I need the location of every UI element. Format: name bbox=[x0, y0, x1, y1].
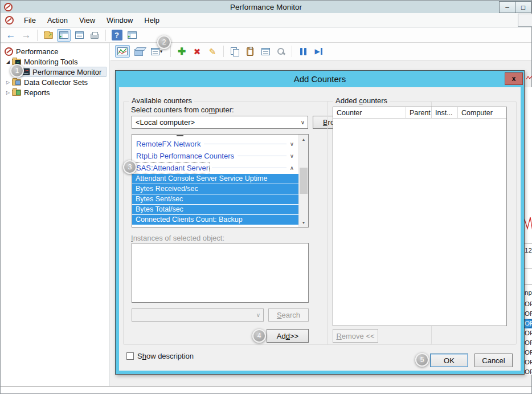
cancel-button[interactable]: Cancel bbox=[474, 354, 513, 367]
chevron-down-icon[interactable]: ∨ bbox=[290, 153, 294, 159]
step-annotation-2: 2 bbox=[157, 35, 171, 49]
tree-item-data-collector-sets[interactable]: ▷ Data Collector Sets bbox=[1, 77, 109, 87]
available-counters-legend: Available counters bbox=[129, 96, 194, 105]
forward-button[interactable]: → bbox=[19, 29, 33, 42]
paste-counter-list-button[interactable] bbox=[243, 45, 257, 58]
computer-combobox[interactable]: <Local computer> ∨ bbox=[132, 116, 308, 129]
toolbar-separator bbox=[170, 46, 171, 57]
select-computer-label: Select counters from computer: bbox=[131, 105, 234, 114]
properties-icon bbox=[261, 48, 270, 55]
expander-collapsed-icon[interactable]: ▷ bbox=[5, 80, 11, 85]
copy-icon bbox=[231, 47, 239, 55]
chevron-down-icon[interactable]: ∨ bbox=[298, 119, 308, 125]
show-description-checkbox[interactable] bbox=[126, 352, 134, 360]
tree-item-performance[interactable]: Performance bbox=[1, 46, 109, 56]
added-counters-table[interactable]: Counter Parent Inst... Computer bbox=[333, 107, 507, 326]
add-counters-dialog: Add Counters x Available counters Select… bbox=[115, 70, 525, 375]
export-button[interactable]: ↗ bbox=[42, 29, 55, 42]
window-title: Performance Monitor bbox=[1, 3, 531, 11]
chevron-down-icon[interactable]: ∨ bbox=[290, 141, 294, 147]
column-parent[interactable]: Parent bbox=[406, 107, 432, 118]
computer-combobox-value: <Local computer> bbox=[136, 118, 195, 127]
counter-item-selected[interactable]: Attendant Console Server Service Uptime bbox=[132, 174, 298, 184]
status-strip bbox=[1, 386, 531, 393]
chevron-down-icon: ∨ bbox=[253, 312, 263, 318]
menu-window[interactable]: Window bbox=[101, 13, 138, 27]
dialog-title-bar[interactable]: Add Counters x bbox=[116, 71, 524, 87]
delete-icon: ✖ bbox=[194, 47, 201, 56]
maximize-button[interactable]: □ bbox=[515, 1, 531, 13]
title-bar: Performance Monitor – □ bbox=[1, 1, 531, 13]
show-description-row[interactable]: Show description bbox=[126, 352, 194, 360]
help-button[interactable]: ? bbox=[110, 29, 124, 42]
show-hide-console-tree-button[interactable]: ▸ bbox=[57, 29, 71, 42]
column-counter[interactable]: Counter bbox=[333, 107, 406, 118]
column-instance[interactable]: Inst... bbox=[432, 107, 458, 118]
counter-group-sas-attendant-server[interactable]: SAS:Attendant Server ∧ bbox=[132, 162, 298, 174]
expander-expanded-icon[interactable]: ◢ bbox=[5, 59, 11, 64]
dialog-close-button[interactable]: x bbox=[505, 72, 523, 85]
view-current-activity-button[interactable] bbox=[115, 45, 130, 58]
highlight-button[interactable]: ✎ bbox=[206, 45, 219, 58]
print-icon bbox=[91, 34, 99, 39]
view-histogram-button[interactable] bbox=[132, 45, 145, 58]
reports-folder-icon bbox=[12, 90, 21, 96]
console-tree: Performance ◢ Monitoring Tools Performan… bbox=[1, 43, 109, 386]
new-window-button[interactable]: ▸ bbox=[125, 29, 139, 42]
toolbar-separator bbox=[105, 30, 106, 41]
line-chart-icon bbox=[117, 47, 128, 55]
back-icon: ← bbox=[6, 30, 16, 40]
system-menu-icon[interactable] bbox=[5, 16, 14, 25]
ok-button[interactable]: OK bbox=[430, 354, 468, 367]
print-button[interactable] bbox=[88, 29, 101, 42]
properties-toolbar-button[interactable] bbox=[72, 29, 86, 42]
counter-item-selected[interactable]: Bytes Sent/sec bbox=[132, 194, 298, 205]
counter-item-selected[interactable]: Connected Clients Count: Backup bbox=[132, 215, 298, 225]
counter-group-rtplib[interactable]: RtpLib Performance Counters ∨ bbox=[132, 150, 298, 162]
pause-icon bbox=[300, 48, 306, 55]
menu-view[interactable]: View bbox=[73, 13, 101, 27]
scrollbar-thumb[interactable] bbox=[300, 168, 308, 194]
toolbar-separator bbox=[223, 46, 224, 57]
freeze-display-button[interactable] bbox=[296, 45, 310, 58]
performance-root-icon bbox=[5, 47, 13, 56]
dropdown-caret-icon[interactable]: ▾ bbox=[160, 48, 163, 54]
minimize-button[interactable]: – bbox=[499, 1, 515, 13]
help-icon: ? bbox=[112, 30, 122, 40]
counter-item-selected[interactable]: Bytes Received/sec bbox=[132, 184, 298, 194]
instances-listbox[interactable] bbox=[132, 243, 309, 303]
scroll-down-icon[interactable]: ▼ bbox=[299, 218, 308, 227]
properties-button[interactable] bbox=[259, 45, 272, 58]
chevron-up-icon[interactable]: ∧ bbox=[290, 165, 294, 171]
dialog-title: Add Counters bbox=[294, 74, 346, 84]
step-annotation-5: 5 bbox=[415, 353, 429, 367]
data-collector-sets-folder-icon bbox=[12, 79, 21, 86]
copy-properties-button[interactable] bbox=[228, 45, 242, 58]
delete-counter-button[interactable]: ✖ bbox=[190, 45, 204, 58]
menu-action[interactable]: Action bbox=[42, 13, 73, 27]
tree-selection: Performance Monitor bbox=[18, 67, 107, 77]
counter-list-scrollbar[interactable]: ▲ ▼ bbox=[298, 135, 308, 227]
update-data-button[interactable]: ▶ bbox=[312, 45, 325, 58]
tree-item-reports[interactable]: ▷ Reports bbox=[1, 87, 109, 98]
menu-help[interactable]: Help bbox=[138, 13, 165, 27]
scroll-up-icon[interactable]: ▲ bbox=[299, 135, 308, 144]
column-computer[interactable]: Computer bbox=[458, 107, 506, 118]
main-toolbar: ← → ↗ ▸ ? ▸ bbox=[1, 28, 531, 43]
histogram-cube-icon bbox=[134, 49, 143, 56]
zoom-button[interactable] bbox=[274, 45, 288, 58]
counter-item-selected[interactable]: Bytes Total/sec bbox=[132, 205, 298, 215]
back-button[interactable]: ← bbox=[4, 29, 18, 42]
step-annotation-1: 1 bbox=[10, 64, 24, 78]
graph-pen-fragment bbox=[526, 72, 532, 78]
menu-file[interactable]: File bbox=[18, 13, 42, 27]
child-window-controls[interactable] bbox=[518, 14, 532, 27]
report-icon bbox=[151, 48, 159, 55]
counter-group-remotefx[interactable]: RemoteFX Network ∨ bbox=[132, 138, 298, 150]
counter-list-partial-row bbox=[132, 135, 298, 138]
add-counter-button[interactable]: ✚ bbox=[175, 45, 189, 58]
expander-collapsed-icon[interactable]: ▷ bbox=[5, 90, 11, 95]
add-button[interactable]: Add >> bbox=[267, 329, 309, 343]
counter-list[interactable]: RemoteFX Network ∨ RtpLib Performance Co… bbox=[132, 134, 309, 228]
new-window-icon: ▸ bbox=[128, 31, 137, 39]
